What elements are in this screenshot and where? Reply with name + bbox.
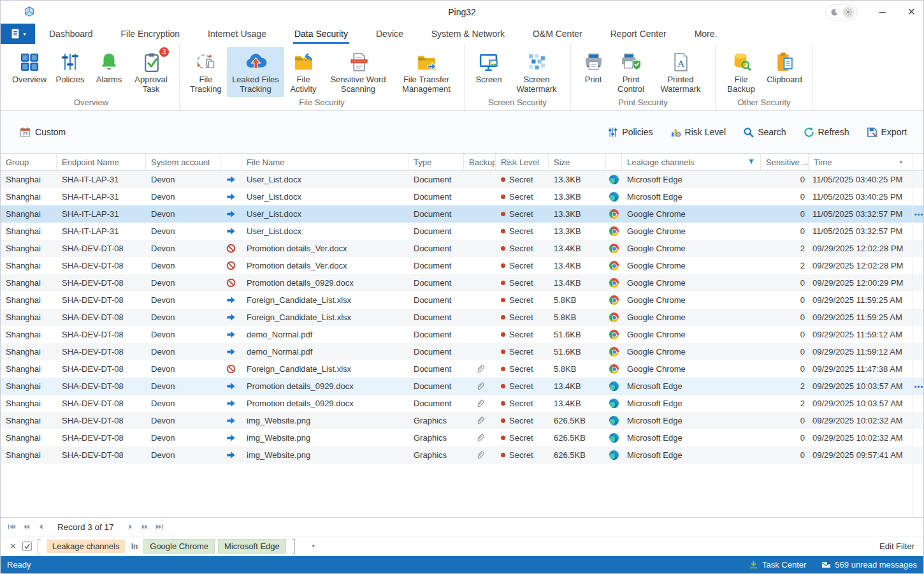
- ribbon-item-approval-task[interactable]: 3 Approval Task: [128, 47, 174, 97]
- col-risk-level[interactable]: Risk Level: [496, 154, 549, 170]
- ribbon-item-file-transfer-management[interactable]: File Transfer Management: [394, 47, 459, 97]
- risk-level-button[interactable]: Risk Level: [670, 127, 726, 138]
- cell-size: 51.6KB: [549, 347, 606, 357]
- tab-device[interactable]: Device: [362, 24, 417, 44]
- light-mode-sun-icon[interactable]: [842, 6, 855, 18]
- ribbon-item-clipboard[interactable]: Clipboard: [762, 47, 807, 97]
- table-row[interactable]: ShanghaiSHA-DEV-DT-08DevonForeign_Candid…: [1, 309, 923, 326]
- group-caption: Screen Security: [467, 97, 568, 110]
- next-page-button[interactable]: [140, 524, 151, 530]
- col-file-name[interactable]: File Name: [242, 154, 408, 170]
- filter-value-chip[interactable]: Microsoft Edge: [218, 539, 286, 554]
- table-row[interactable]: ShanghaiSHA-DEV-DT-08Devondemo_Normal.pd…: [1, 326, 923, 343]
- table-row[interactable]: ShanghaiSHA-DEV-DT-08DevonForeign_Candid…: [1, 291, 923, 309]
- tab-report-center[interactable]: Report Center: [596, 24, 681, 44]
- close-button[interactable]: ✕: [907, 7, 916, 17]
- ribbon-item-leaked-files-tracking[interactable]: Leaked Files Tracking: [227, 47, 284, 97]
- table-row[interactable]: ShanghaiSHA-IT-LAP-31DevonUser_List.docx…: [1, 205, 923, 223]
- col-type[interactable]: Type: [408, 154, 464, 170]
- table-row[interactable]: ShanghaiSHA-DEV-DT-08DevonPromotion deta…: [1, 257, 923, 274]
- prev-record-button[interactable]: [35, 524, 47, 530]
- col-endpoint-name[interactable]: Endpoint Name: [57, 154, 146, 170]
- table-row[interactable]: ShanghaiSHA-IT-LAP-31DevonUser_List.docx…: [1, 223, 923, 240]
- col-leakage-channels[interactable]: Leakage channels: [622, 154, 761, 170]
- col-system-account[interactable]: System account: [146, 154, 220, 170]
- filter-funnel-icon[interactable]: [748, 159, 754, 165]
- col-sensitive[interactable]: Sensitive ...: [761, 154, 809, 170]
- tab-system-network[interactable]: System & Network: [417, 24, 519, 44]
- refresh-button[interactable]: Refresh: [804, 127, 849, 138]
- ribbon-item-print-control[interactable]: Print Control: [610, 47, 651, 97]
- task-center-button[interactable]: Task Center: [749, 560, 806, 570]
- table-row[interactable]: ShanghaiSHA-DEV-DT-08DevonPromotion deta…: [1, 378, 923, 395]
- prev-page-button[interactable]: [20, 524, 32, 530]
- risk-dot-icon: [501, 229, 505, 233]
- search-button[interactable]: Search: [743, 127, 786, 138]
- ribbon-item-policies[interactable]: Policies: [50, 47, 90, 97]
- tab-data-security[interactable]: Data Security: [280, 24, 362, 44]
- printed-watermark-doc-icon: A: [670, 49, 691, 75]
- col-size[interactable]: Size: [549, 154, 606, 170]
- time-dropdown-icon[interactable]: ▼: [899, 159, 904, 165]
- next-record-button[interactable]: [125, 524, 136, 530]
- app-menu-button[interactable]: ▾: [1, 24, 35, 44]
- tab-dashboard[interactable]: Dashboard: [35, 24, 107, 44]
- file-blocked-icon: [220, 278, 242, 288]
- table-row[interactable]: ShanghaiSHA-DEV-DT-08DevonForeign_Candid…: [1, 360, 923, 378]
- ribbon-item-file-backup[interactable]: File Backup: [721, 47, 762, 97]
- first-record-button[interactable]: [6, 524, 17, 530]
- table-row[interactable]: ShanghaiSHA-DEV-DT-08DevonPromotion deta…: [1, 274, 923, 291]
- table-row[interactable]: ShanghaiSHA-DEV-DT-08DevonPromotion deta…: [1, 395, 923, 412]
- col-time[interactable]: Time ▼: [809, 154, 913, 170]
- table-row[interactable]: ShanghaiSHA-IT-LAP-31DevonUser_List.docx…: [1, 171, 923, 188]
- chrome-icon: [606, 364, 622, 374]
- custom-date-button[interactable]: 23 Custom: [20, 127, 66, 138]
- table-row[interactable]: ShanghaiSHA-DEV-DT-08Devonimg_Website.pn…: [1, 412, 923, 429]
- ribbon-item-screen[interactable]: Screen: [470, 47, 508, 97]
- table-row[interactable]: ShanghaiSHA-IT-LAP-31DevonUser_List.docx…: [1, 188, 923, 205]
- ribbon-item-printed-watermark[interactable]: A Printed Watermark: [651, 47, 710, 97]
- ribbon-item-print[interactable]: Print: [576, 47, 610, 97]
- edit-filter-button[interactable]: Edit Filter: [879, 541, 914, 551]
- file-out-icon: [220, 209, 242, 219]
- filter-dropdown-icon[interactable]: ▼: [311, 543, 316, 549]
- col-file-icon[interactable]: [220, 154, 242, 170]
- risk-dot-icon: [501, 298, 505, 302]
- tab-o-m-center[interactable]: O&M Center: [519, 24, 596, 44]
- ribbon-item-file-activity[interactable]: File Activity: [284, 47, 322, 97]
- filter-close-icon[interactable]: ✕: [10, 541, 17, 551]
- col-group[interactable]: Group: [1, 154, 57, 170]
- cell-sensitive: 0: [761, 278, 809, 288]
- table-row[interactable]: ShanghaiSHA-DEV-DT-08Devonimg_Website.pn…: [1, 429, 923, 446]
- cell-file-name: User_List.docx: [242, 175, 408, 184]
- print-control-shield-icon: [621, 49, 642, 75]
- filter-field-chip[interactable]: Leakage channels: [47, 540, 126, 553]
- ribbon-item-alarms[interactable]: Alarms: [90, 47, 128, 97]
- table-row[interactable]: ShanghaiSHA-DEV-DT-08Devondemo_Normal.pd…: [1, 343, 923, 360]
- table-row[interactable]: ShanghaiSHA-DEV-DT-08DevonPromotion deta…: [1, 240, 923, 257]
- ribbon-item-file-tracking[interactable]: File Tracking: [185, 47, 227, 97]
- table-row[interactable]: ShanghaiSHA-DEV-DT-08Devonimg_Website.pn…: [1, 446, 923, 464]
- ribbon-item-overview[interactable]: Overview: [8, 47, 50, 97]
- col-channel-icon[interactable]: [606, 154, 622, 170]
- tab-file-encryption[interactable]: File Encryption: [107, 24, 194, 44]
- col-backup[interactable]: Backup: [464, 154, 496, 170]
- dark-mode-moon-icon[interactable]: [828, 8, 841, 17]
- tab-more[interactable]: More.: [681, 24, 732, 44]
- ribbon-item-screen-watermark[interactable]: Screen Watermark: [508, 47, 565, 97]
- policies-button[interactable]: Policies: [607, 127, 653, 138]
- export-button[interactable]: Export: [867, 127, 907, 138]
- theme-toggle[interactable]: [825, 4, 858, 20]
- tab-internet-usage[interactable]: Internet Usage: [194, 24, 280, 44]
- action-label: Policies: [622, 127, 653, 137]
- row-more-button[interactable]: •••: [913, 383, 923, 390]
- ribbon-item-sensitive-word-scanning[interactable]: Sensitive Word Scanning: [322, 47, 394, 97]
- minimize-button[interactable]: ─: [879, 8, 886, 17]
- cell-group: Shanghai: [1, 381, 57, 391]
- cell-sensitive: 2: [761, 399, 809, 408]
- filter-enabled-checkbox[interactable]: [22, 541, 32, 551]
- last-record-button[interactable]: [154, 524, 166, 530]
- row-more-button[interactable]: •••: [913, 210, 923, 218]
- filter-value-chip[interactable]: Google Chrome: [143, 539, 215, 554]
- unread-messages-button[interactable]: 569 unread messages: [821, 560, 917, 570]
